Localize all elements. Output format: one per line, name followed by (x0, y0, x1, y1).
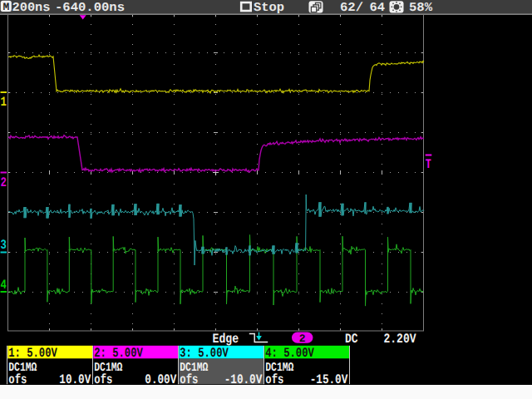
svg-text:2: 2 (1, 175, 7, 190)
svg-text:-640.00ns: -640.00ns (55, 1, 125, 15)
svg-text:DC: DC (345, 332, 358, 347)
svg-text:M: M (2, 1, 9, 13)
svg-text:200ns: 200ns (12, 1, 51, 15)
svg-text:T: T (426, 157, 431, 172)
svg-text:4: 5.00V: 4: 5.00V (265, 346, 314, 361)
svg-text:3: 5.00V: 3: 5.00V (180, 346, 229, 361)
svg-text:3: 3 (1, 238, 7, 253)
svg-text:1: 5.00V: 1: 5.00V (8, 346, 57, 361)
svg-text:Stop: Stop (254, 1, 284, 15)
svg-text:58%: 58% (409, 1, 433, 15)
svg-text:2: 5.00V: 2: 5.00V (94, 346, 143, 361)
svg-text:4: 4 (1, 278, 7, 293)
svg-text:2.20V: 2.20V (384, 332, 416, 347)
svg-text:1: 1 (1, 95, 7, 110)
svg-text:62/: 62/ (340, 1, 363, 15)
svg-text:Edge: Edge (213, 332, 239, 347)
svg-text:64: 64 (370, 1, 386, 15)
svg-text:2: 2 (299, 332, 306, 345)
